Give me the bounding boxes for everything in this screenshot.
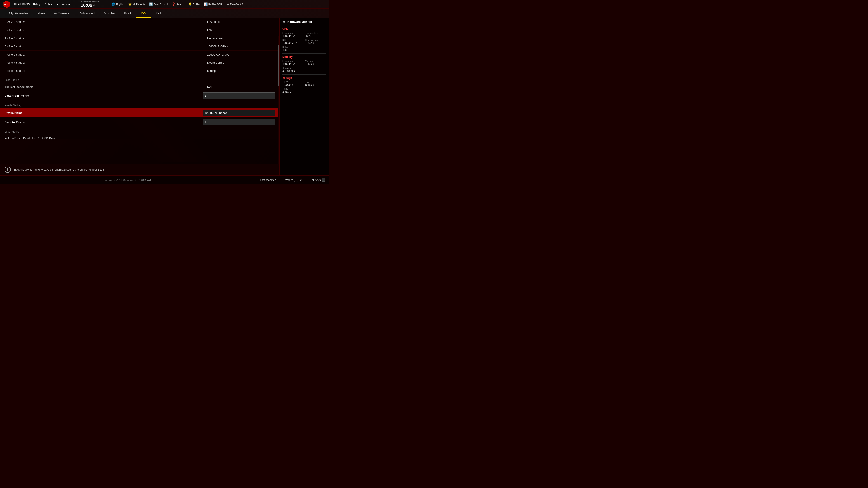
cpu-temp-metric: Temperature 47°C [305,32,327,37]
v5-value: 5.160 V [305,84,327,87]
core-voltage-metric: Core Voltage 1.332 V [305,39,327,44]
content-area: Profile 2 status: G7400 OC Profile 3 sta… [0,18,279,175]
info-icon: i [4,166,11,173]
load-profile-section-header: Load Profile [0,76,279,83]
save-to-input[interactable] [203,119,275,125]
table-row: Profile 4 status: Not assigned [0,34,279,42]
load-from-label: Load from Profile [4,94,203,97]
mem-freq-volt-grid: Frequency 4800 MHz Voltage 1.120 V [282,60,327,66]
nav-boot[interactable]: Boot [120,8,135,18]
last-modified-label: Last Modified [260,178,276,182]
arrow-right-icon: ▶ [4,136,7,140]
nav-ai-tweaker[interactable]: Ai Tweaker [49,8,75,18]
nav-my-favorites[interactable]: My Favorites [4,8,33,18]
myfavorite-tool-button[interactable]: ⭐ MyFavorite [126,2,147,6]
header-divider-2 [103,2,103,7]
profile-table: Profile 2 status: G7400 OC Profile 3 sta… [0,18,279,142]
myfavorite-label: MyFavorite [133,3,145,6]
version-text: Version 2.21.1278 Copyright (C) 2022 AMI [0,179,256,182]
hot-keys-button[interactable]: Hot Keys ? [306,175,329,185]
scroll-thumb[interactable] [278,45,279,86]
mem-cap-value: 32768 MB [282,69,327,72]
mem-volt-label: Voltage [305,60,327,62]
hot-keys-kbd-icon: ? [322,178,326,182]
qfan-tool-button[interactable]: 🔄 Qfan Control [147,2,169,6]
main-layout: Profile 2 status: G7400 OC Profile 3 sta… [0,18,329,175]
save-to-label: Save to Profile [4,121,203,124]
v33-value: 3.360 V [282,90,327,94]
profile7-value: Not assigned [207,61,275,64]
nav-main[interactable]: Main [33,8,50,18]
resizebar-icon: 📊 [204,2,208,6]
usb-label: Load/Save Profile from/to USB Drive. [8,136,57,140]
load-from-row[interactable]: Load from Profile [0,91,279,100]
mem-freq-value: 4800 MHz [282,62,304,66]
core-voltage-label: Core Voltage [305,39,327,41]
v5-label: +5V [305,81,327,84]
resizebar-label: ReSize BAR [209,3,222,6]
cpu-frequency-metric: Frequency 4900 MHz [282,32,304,37]
datetime-area: 08/22/2022 Monday 10:06 ⚙ [81,1,99,7]
profile2-value: G7400 OC [207,20,275,24]
bclk-metric: BCLK 100.00 MHz [282,39,304,44]
svg-text:ROG: ROG [4,3,9,6]
bottom-bar: Version 2.21.1278 Copyright (C) 2022 AMI… [0,175,329,184]
aura-tool-button[interactable]: 💡 AURA [186,2,202,6]
scroll-track[interactable] [278,36,279,166]
v12-value: 12.000 V [282,84,304,87]
cpu-freq-value: 4900 MHz [282,34,304,37]
nav-bar: My Favorites Main Ai Tweaker Advanced Mo… [0,8,329,18]
nav-monitor[interactable]: Monitor [99,8,120,18]
cpu-section-label: CPU [282,27,327,31]
profile5-label: Profile 5 status: [4,45,207,48]
star-icon: ⭐ [128,2,132,6]
cpu-memory-divider [282,53,327,54]
profile-setting-section-header: Profile Setting [0,101,279,108]
time-area: 10:06 ⚙ [81,3,95,7]
usb-row[interactable]: ▶ Load/Save Profile from/to USB Drive. [0,135,279,142]
profile5-value: 12900K 5.0GHz [207,45,275,48]
profile2-label: Profile 2 status: [4,20,207,24]
aura-label: AURA [193,3,200,6]
clock-settings-icon[interactable]: ⚙ [93,4,95,7]
table-row: The last loaded profile: N/A [0,83,279,91]
info-bar: i Input the profile name to save current… [0,164,279,175]
profile3-value: LN2 [207,29,275,32]
profile-name-label: Profile Name [4,111,203,115]
v33-label: +3.3V [282,88,327,90]
last-loaded-label: The last loaded profile: [4,85,207,89]
last-modified-button[interactable]: Last Modified [256,175,280,185]
v12-metric: +12V 12.000 V [282,81,304,87]
resizebar-tool-button[interactable]: 📊 ReSize BAR [202,2,224,6]
english-label: English [116,3,124,6]
load-from-input[interactable] [203,92,275,99]
ez-mode-button[interactable]: EzMode(F7) ↵ [280,175,306,185]
english-tool-button[interactable]: 🌐 English [110,2,126,6]
v12-v5-grid: +12V 12.000 V +5V 5.160 V [282,81,327,87]
profile3-label: Profile 3 status: [4,29,207,32]
question-icon: ❓ [172,2,176,6]
ratio-label: Ratio [282,46,327,48]
profile4-value: Not assigned [207,37,275,40]
memtest-tool-button[interactable]: 🖥 MemTest86 [224,2,245,6]
nav-advanced[interactable]: Advanced [75,8,99,18]
app-title: UEFI BIOS Utility – Advanced Mode [13,2,70,6]
ez-mode-label: EzMode(F7) [284,178,299,182]
time-display: 10:06 [81,3,92,7]
table-row: Profile 8 status: Mining [0,67,279,75]
bottom-right-buttons: Last Modified EzMode(F7) ↵ Hot Keys ? [256,175,329,185]
search-tool-button[interactable]: ❓ Search [170,2,186,6]
save-to-row[interactable]: Save to Profile [0,118,279,127]
profile-name-input[interactable] [203,109,275,116]
cpu-freq-temp-grid: Frequency 4900 MHz Temperature 47°C [282,32,327,37]
mem-cap-metric: Capacity 32768 MB [282,67,327,72]
hw-monitor-title-text: Hardware Monitor [287,20,312,24]
profile-name-row[interactable]: Profile Name [0,108,279,118]
nav-exit[interactable]: Exit [151,8,165,18]
profile8-label: Profile 8 status: [4,69,207,72]
v33-metric: +3.3V 3.360 V [282,88,327,94]
profile6-label: Profile 6 status: [4,53,207,56]
nav-tool[interactable]: Tool [135,8,151,18]
voltage-section-label: Voltage [282,76,327,79]
qfan-label: Qfan Control [154,3,168,6]
